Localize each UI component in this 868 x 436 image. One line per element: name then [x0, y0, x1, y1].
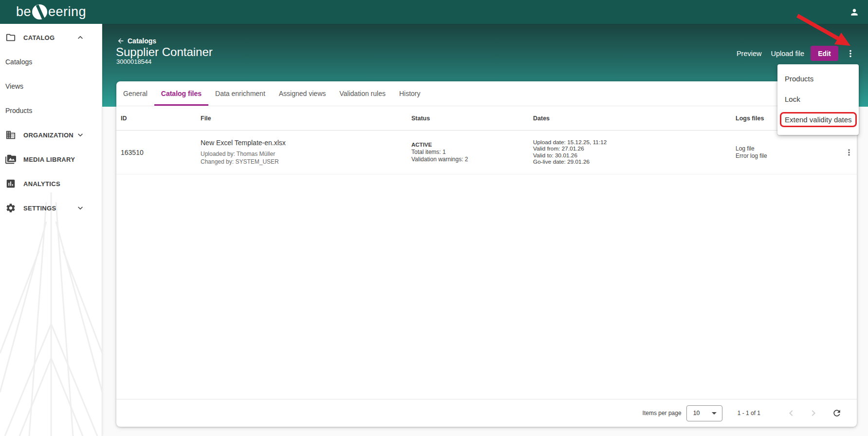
back-arrow-icon: [117, 37, 125, 45]
upload-date: Upload date: 15.12.25, 11:12: [533, 139, 736, 146]
go-live-date: Go-live date: 29.01.26: [533, 159, 736, 166]
status-badge: ACTIVE: [411, 141, 533, 149]
uploaded-by: Uploaded by: Thomas Müller: [201, 150, 411, 158]
tab-validation-rules[interactable]: Validation rules: [332, 81, 392, 106]
column-header-id: ID: [121, 115, 201, 122]
sidebar: CATALOG Catalogs Views Products ORGANIZA…: [0, 24, 102, 436]
tab-bar: General Catalog files Data enrichment As…: [116, 81, 857, 106]
refresh-icon: [832, 408, 842, 418]
row-id: 163510: [121, 149, 201, 156]
preview-button[interactable]: Preview: [737, 50, 762, 57]
building-icon: [5, 130, 16, 140]
table-row: 163510 New Excel Template-en.xlsx Upload…: [116, 131, 857, 174]
sidebar-group-settings[interactable]: SETTINGS: [0, 196, 102, 220]
header-actions: Preview Upload file Edit: [696, 46, 857, 61]
changed-by: Changed by: SYSTEM_USER: [201, 158, 411, 166]
logo-text-post: eering: [48, 4, 86, 19]
sidebar-group-organization[interactable]: ORGANIZATION: [0, 123, 102, 147]
status-validation-warnings: Validation warnings: 2: [411, 156, 533, 163]
row-status-cell: ACTIVE Total items: 1 Validation warning…: [411, 141, 533, 163]
top-app-bar: be eering: [0, 0, 868, 24]
page-subtitle: 3000018544: [116, 58, 151, 65]
sidebar-group-label: SETTINGS: [23, 205, 56, 212]
media-library-icon: [5, 154, 16, 165]
app-root: be eering CATALOG C: [0, 0, 868, 436]
row-more-menu-button[interactable]: [842, 145, 856, 160]
beneering-logo: be eering: [16, 4, 86, 20]
edit-button[interactable]: Edit: [811, 46, 838, 61]
error-log-file-link[interactable]: Error log file: [736, 152, 841, 160]
chevron-down-icon: [75, 130, 85, 140]
paginator: Items per page 10 1 - 1 of 1: [116, 399, 857, 427]
column-header-dates: Dates: [533, 115, 736, 122]
header-more-menu-button[interactable]: [844, 47, 857, 60]
log-file-link[interactable]: Log file: [736, 145, 841, 152]
chevron-right-icon: [808, 407, 819, 419]
status-total-items: Total items: 1: [411, 149, 533, 156]
range-label: 1 - 1 of 1: [738, 410, 760, 417]
row-logs-cell: Log file Error log file: [736, 145, 841, 160]
valid-from-date: Valid from: 27.01.26: [533, 146, 736, 152]
items-per-page-label: Items per page: [643, 410, 682, 417]
page-size-value: 10: [687, 410, 712, 417]
tab-general[interactable]: General: [116, 81, 154, 106]
column-header-file: File: [201, 115, 411, 122]
page-size-select[interactable]: 10: [686, 405, 722, 421]
logo-n-icon: [32, 4, 48, 20]
file-name: New Excel Template-en.xlsx: [201, 139, 411, 147]
person-icon: [850, 7, 859, 17]
analytics-icon: [5, 178, 16, 189]
row-file-cell: New Excel Template-en.xlsx Uploaded by: …: [201, 139, 411, 166]
row-dates-cell: Upload date: 15.12.25, 11:12 Valid from:…: [533, 139, 736, 166]
kebab-icon: [844, 148, 854, 157]
menu-item-lock[interactable]: Lock: [777, 89, 859, 109]
sidebar-nav: CATALOG Catalogs Views Products ORGANIZA…: [0, 24, 102, 220]
sidebar-group-analytics[interactable]: ANALYTICS: [0, 171, 102, 196]
gear-icon: [5, 203, 16, 213]
sidebar-group-label: CATALOG: [23, 34, 55, 41]
tab-catalog-files[interactable]: Catalog files: [154, 81, 208, 106]
sidebar-group-label: ANALYTICS: [23, 180, 60, 188]
logo-text-pre: be: [16, 4, 31, 19]
sidebar-group-label: ORGANIZATION: [23, 132, 74, 139]
refresh-button[interactable]: [831, 407, 843, 419]
tab-history[interactable]: History: [392, 81, 427, 106]
tab-assigned-views[interactable]: Assigned views: [272, 81, 333, 106]
sidebar-group-media-library[interactable]: MEDIA LIBRARY: [0, 147, 102, 171]
content-card: General Catalog files Data enrichment As…: [116, 81, 857, 427]
sidebar-group-catalog[interactable]: CATALOG: [0, 25, 102, 50]
chevron-down-icon: [75, 203, 85, 213]
table-header-row: ID File Status Dates Logs files: [116, 106, 857, 131]
next-page-button[interactable]: [807, 407, 820, 419]
kebab-icon: [845, 48, 856, 59]
sidebar-item-products[interactable]: Products: [0, 98, 102, 123]
user-account-button[interactable]: [848, 6, 861, 19]
page-title: Supplier Container: [116, 45, 213, 59]
chevron-up-icon: [75, 33, 85, 42]
upload-file-button[interactable]: Upload file: [771, 50, 804, 57]
column-header-status: Status: [411, 115, 533, 122]
select-caret-icon: [712, 412, 717, 415]
folder-icon: [5, 32, 16, 43]
breadcrumb[interactable]: Catalogs: [117, 37, 156, 45]
menu-item-extend-validity-dates[interactable]: Extend validity dates: [777, 109, 859, 130]
menu-item-products[interactable]: Products: [777, 68, 859, 89]
context-menu: Products Lock Extend validity dates: [777, 64, 859, 135]
chevron-left-icon: [785, 407, 797, 419]
breadcrumb-label: Catalogs: [128, 37, 156, 45]
sidebar-group-label: MEDIA LIBRARY: [23, 156, 75, 163]
sidebar-item-views[interactable]: Views: [0, 74, 102, 98]
valid-to-date: Valid to: 30.01.26: [533, 152, 736, 159]
previous-page-button[interactable]: [785, 407, 797, 419]
tab-data-enrichment[interactable]: Data enrichment: [208, 81, 272, 106]
row-actions-cell: [841, 145, 857, 160]
sidebar-item-catalogs[interactable]: Catalogs: [0, 50, 102, 74]
